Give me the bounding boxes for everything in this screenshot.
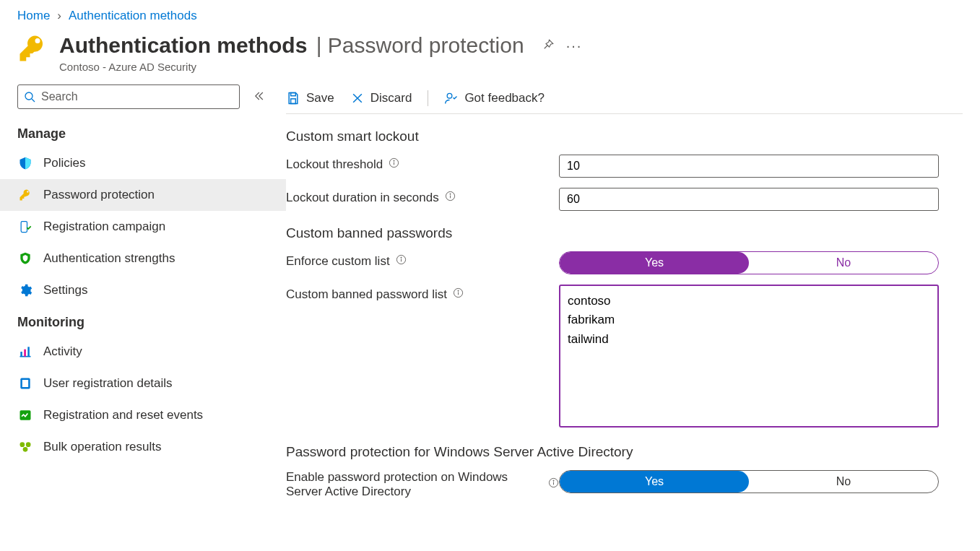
- enforce-custom-list-toggle[interactable]: Yes No: [559, 251, 939, 274]
- lockout-duration-label: Lockout duration in seconds: [286, 191, 439, 205]
- svg-point-11: [23, 447, 28, 452]
- lockout-threshold-label: Lockout threshold: [286, 157, 383, 172]
- sidebar-item-label: Registration campaign: [43, 220, 165, 234]
- page-title: Authentication methods | Password protec…: [59, 33, 524, 58]
- policies-icon: [17, 156, 33, 170]
- info-icon[interactable]: [445, 191, 456, 205]
- save-button[interactable]: Save: [286, 91, 334, 105]
- lockout-threshold-input[interactable]: [559, 155, 939, 178]
- sidebar-item-activity[interactable]: Activity: [0, 336, 286, 368]
- toggle-no[interactable]: No: [749, 471, 938, 493]
- sidebar-item-label: Password protection: [43, 188, 155, 202]
- toolbar-divider: [428, 90, 428, 106]
- feedback-button[interactable]: Got feedback?: [444, 91, 545, 105]
- sidebar-item-registration-campaign[interactable]: Registration campaign: [0, 211, 286, 243]
- sidebar-item-label: Bulk operation results: [43, 440, 161, 454]
- breadcrumb: Home › Authentication methods: [0, 0, 980, 27]
- svg-rect-4: [24, 350, 26, 357]
- registration-campaign-icon: [17, 220, 33, 234]
- section-custom-smart-lockout: Custom smart lockout: [286, 129, 963, 144]
- svg-point-19: [394, 160, 394, 161]
- toggle-no[interactable]: No: [749, 252, 938, 274]
- sidebar-item-password-protection[interactable]: Password protection: [0, 179, 286, 211]
- winad-enable-toggle[interactable]: Yes No: [559, 470, 939, 493]
- search-input[interactable]: [17, 84, 240, 109]
- breadcrumb-home[interactable]: Home: [17, 9, 50, 23]
- sidebar-item-label: Policies: [43, 156, 86, 170]
- sidebar-item-label: Activity: [43, 344, 82, 359]
- pin-icon[interactable]: [542, 38, 555, 53]
- breadcrumb-separator-icon: ›: [57, 9, 61, 23]
- svg-point-10: [26, 442, 31, 447]
- svg-point-31: [553, 480, 554, 481]
- clipboard-icon: [17, 376, 33, 391]
- svg-rect-2: [21, 222, 27, 233]
- toggle-yes[interactable]: Yes: [560, 471, 749, 493]
- nav-section-monitoring: Monitoring: [0, 306, 286, 336]
- key-icon: [17, 33, 48, 66]
- svg-rect-3: [20, 352, 22, 357]
- svg-point-16: [448, 93, 453, 98]
- info-icon[interactable]: [453, 287, 464, 302]
- svg-point-0: [25, 92, 32, 100]
- events-icon: [17, 408, 33, 422]
- info-icon[interactable]: [548, 477, 559, 492]
- page-subtitle: Contoso - Azure AD Security: [59, 61, 582, 73]
- key-small-icon: [17, 188, 33, 202]
- main-content: Save Discard Got feedback? Custom smart …: [286, 84, 980, 509]
- svg-rect-5: [27, 347, 30, 356]
- sidebar-item-bulk-operation-results[interactable]: Bulk operation results: [0, 431, 286, 463]
- sidebar: Manage Policies Password protection Regi…: [0, 84, 286, 509]
- sidebar-item-label: Registration and reset events: [43, 408, 203, 422]
- svg-point-25: [401, 257, 402, 258]
- discard-button[interactable]: Discard: [350, 91, 412, 105]
- sidebar-item-authentication-strengths[interactable]: Authentication strengths: [0, 243, 286, 274]
- sidebar-item-label: Settings: [43, 283, 87, 298]
- activity-icon: [17, 344, 33, 359]
- winad-enable-label: Enable password protection on Windows Se…: [286, 470, 542, 499]
- bulk-icon: [17, 440, 33, 454]
- banned-password-list-textarea[interactable]: [559, 285, 939, 428]
- page-header: Authentication methods | Password protec…: [0, 27, 980, 84]
- sidebar-item-label: Authentication strengths: [43, 251, 175, 266]
- sidebar-item-settings[interactable]: Settings: [0, 274, 286, 306]
- svg-rect-8: [20, 410, 31, 420]
- lockout-duration-input[interactable]: [559, 188, 939, 211]
- nav-section-manage: Manage: [0, 118, 286, 147]
- svg-point-28: [458, 290, 459, 291]
- info-icon[interactable]: [396, 254, 407, 269]
- shield-icon: [17, 251, 33, 266]
- sidebar-item-user-registration-details[interactable]: User registration details: [0, 368, 286, 399]
- info-icon[interactable]: [389, 157, 399, 172]
- breadcrumb-auth-methods[interactable]: Authentication methods: [69, 9, 197, 23]
- enforce-custom-list-label: Enforce custom list: [286, 254, 390, 269]
- banned-password-list-label: Custom banned password list: [286, 287, 447, 302]
- search-field[interactable]: [40, 90, 233, 104]
- svg-line-1: [32, 99, 35, 102]
- toolbar: Save Discard Got feedback?: [286, 84, 963, 114]
- sidebar-item-registration-reset-events[interactable]: Registration and reset events: [0, 399, 286, 431]
- svg-rect-7: [22, 380, 28, 387]
- sidebar-item-label: User registration details: [43, 376, 173, 391]
- svg-point-22: [450, 194, 451, 194]
- sidebar-item-policies[interactable]: Policies: [0, 147, 286, 179]
- collapse-sidebar-button[interactable]: [248, 86, 269, 108]
- toggle-yes[interactable]: Yes: [560, 252, 749, 274]
- svg-rect-13: [291, 99, 296, 104]
- gear-icon: [17, 283, 33, 298]
- section-custom-banned-passwords: Custom banned passwords: [286, 225, 963, 241]
- svg-point-9: [20, 442, 25, 447]
- section-winad: Password protection for Windows Server A…: [286, 444, 963, 460]
- svg-rect-12: [291, 93, 296, 96]
- more-icon[interactable]: ···: [566, 38, 583, 53]
